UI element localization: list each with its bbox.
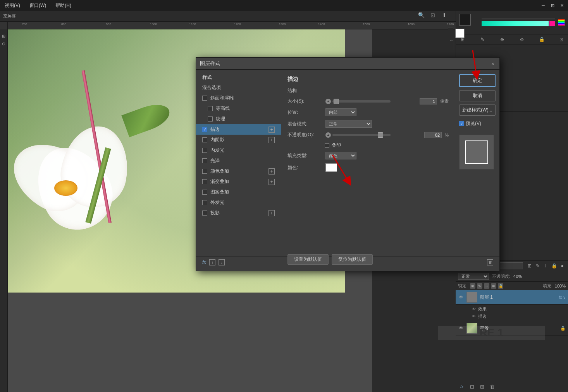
checkbox-color-overlay[interactable] [202,169,207,174]
checkbox-texture[interactable] [208,116,213,122]
size-input[interactable] [420,98,437,104]
delete-layer-button[interactable]: 🗑 [488,383,496,390]
add-stroke[interactable]: + [269,127,275,133]
filter-toggle[interactable]: ● [559,262,566,269]
color-spectrum[interactable] [558,19,565,26]
checkbox-inner-glow[interactable] [202,148,207,153]
blend-select[interactable]: 正常 [325,120,372,128]
background-color[interactable] [455,29,465,38]
blend-options-item[interactable]: 混合选项 [196,82,281,93]
label-gradient-overlay: 渐变叠加 [210,178,229,185]
style-bevel[interactable]: 斜面和浮雕 [196,93,281,103]
flower-center [54,180,77,196]
style-color-overlay[interactable]: 颜色叠加 + [196,166,281,176]
panel-icon-3[interactable]: ⊕ [499,36,506,43]
effect-eye-2[interactable]: 👁 [471,314,477,319]
blend-mode-select[interactable]: 正常 [458,273,489,280]
filter-icon-2[interactable]: ✎ [534,262,541,269]
color-spot [549,21,555,26]
fill-type-select[interactable]: 颜色 渐变 图案 [325,152,356,159]
position-select[interactable]: 内部 外部 居中 [325,108,356,116]
add-inner-shadow[interactable]: + [269,137,275,143]
add-color-overlay[interactable]: + [269,168,275,175]
fx-delete-btn[interactable]: 🗑 [487,259,493,265]
style-stroke[interactable]: ✓ 描边 + [196,124,281,135]
emboss-checkbox[interactable] [325,143,329,148]
expand-top[interactable]: 《 [448,27,453,50]
style-texture[interactable]: 纹理 [196,114,281,124]
color-gradient-bar[interactable] [482,19,555,19]
checkbox-pattern-overlay[interactable] [202,190,207,195]
fx-button[interactable]: fx [458,383,466,390]
filter-icon-3[interactable]: T [542,262,549,269]
layer-fx-badge: fx ∨ [559,295,566,300]
style-contour[interactable]: 等高线 [196,103,281,114]
fx-down-btn[interactable]: ↓ [219,259,225,265]
layer-item-bg[interactable]: 👁 背景 🔒 [456,321,568,336]
lock-icon-5[interactable]: 🔒 [498,283,503,289]
panel-icon-4[interactable]: ⊘ [518,36,525,43]
filter-icon-4[interactable]: 🔒 [551,262,558,269]
opacity-triangle[interactable]: ▲ [325,132,331,138]
checkbox-satin[interactable] [202,158,207,163]
panel-icon-5[interactable]: 🔒 [538,36,545,43]
lock-icon-2[interactable]: ✎ [477,283,482,289]
share-icon[interactable]: ⬆ [440,11,449,19]
style-gradient-overlay[interactable]: 渐变叠加 + [196,176,281,187]
dialog-close-button[interactable]: × [490,61,496,66]
minimize-button[interactable]: ─ [540,2,546,9]
checkbox-contour[interactable] [208,106,213,111]
layer-item-1[interactable]: 👁 图层 1 fx ∨ [456,290,568,305]
new-style-button[interactable]: 新建样式(W)... [459,104,496,116]
restore-button[interactable]: ⊡ [549,2,556,9]
add-drop-shadow[interactable]: + [269,210,275,216]
eye-icon-1[interactable]: 👁 [458,294,464,300]
style-outer-glow[interactable]: 外发光 [196,197,281,208]
opacity-slider[interactable] [332,134,391,136]
preview-checkbox[interactable]: ✓ [459,121,464,126]
menu-window[interactable]: 窗口(W) [28,2,48,10]
panel-icon-6[interactable]: ⊡ [558,36,565,43]
style-inner-shadow[interactable]: 内阴影 + [196,135,281,145]
style-satin[interactable]: 光泽 [196,156,281,166]
checkbox-drop-shadow[interactable] [202,211,207,216]
foreground-color[interactable] [459,14,471,26]
search-icon[interactable]: 🔍 [417,11,425,19]
close-button[interactable]: ✕ [559,2,565,9]
add-layer-button[interactable]: ⊡ [468,383,476,390]
menu-help[interactable]: 帮助(H) [54,2,73,10]
filter-icon-1[interactable]: ⊞ [526,262,533,269]
lock-icon-1[interactable]: ⊞ [470,283,475,289]
checkbox-gradient-overlay[interactable] [202,179,207,184]
style-pattern-overlay[interactable]: 图案叠加 [196,187,281,197]
tool-2[interactable]: ⊙ [0,40,7,47]
lock-icon-3[interactable]: ↔ [484,283,489,289]
group-button[interactable]: ⊞ [478,383,486,390]
layout-icon[interactable]: ⊡ [429,11,437,19]
opacity-input[interactable] [424,132,442,138]
menu-view[interactable]: 视图(V) [3,2,22,10]
reset-default-btn[interactable]: 复位为默认值 [332,254,373,265]
checkbox-outer-glow[interactable] [202,200,207,205]
add-gradient-overlay[interactable]: + [269,179,275,185]
effect-eye-1[interactable]: 👁 [471,306,477,312]
tool-1[interactable]: ⊞ [0,33,7,39]
opacity-label: 不透明度: [492,274,510,279]
checkbox-bevel[interactable] [202,96,207,101]
layer-effects: 👁 效果 👁 描边 [456,305,568,321]
lock-icon-4[interactable]: ⊕ [491,283,496,289]
cancel-button[interactable]: 取消 [459,90,496,101]
fill-value: 100% [555,284,566,288]
style-inner-glow[interactable]: 内发光 [196,145,281,156]
panel-icon-2[interactable]: ✎ [479,36,486,43]
size-triangle[interactable]: ▲ [325,99,331,104]
checkbox-inner-shadow[interactable] [202,137,207,142]
size-slider[interactable] [332,100,391,103]
eye-icon-bg[interactable]: 👁 [458,325,464,331]
set-default-btn[interactable]: 设置为默认值 [287,254,329,265]
ok-button[interactable]: 确定 [459,74,496,87]
checkbox-stroke[interactable]: ✓ [202,127,207,132]
style-drop-shadow[interactable]: 投影 + [196,208,281,218]
fx-up-btn[interactable]: ↑ [209,259,215,265]
color-picker-btn[interactable] [325,163,337,172]
